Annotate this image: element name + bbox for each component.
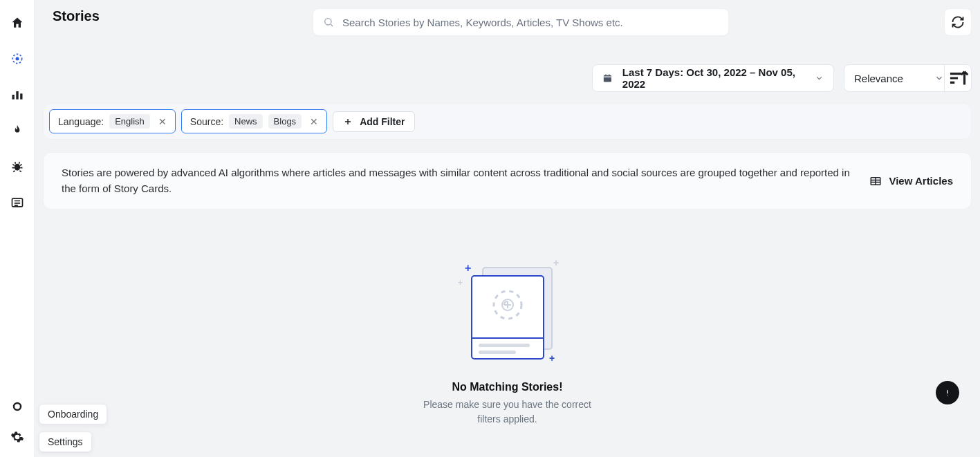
- filter-chip-tag: English: [109, 114, 150, 129]
- main: Stories Search Stories by Names, Keyword…: [35, 0, 980, 457]
- svg-point-7: [14, 403, 21, 410]
- nav-home[interactable]: [10, 15, 25, 30]
- svg-rect-2: [12, 95, 14, 100]
- trending-icon: [10, 124, 24, 138]
- controls-row: Last 7 Days: Oct 30, 2022 – Nov 05, 2022…: [43, 64, 972, 92]
- search-placeholder: Search Stories by Names, Keywords, Artic…: [342, 17, 623, 28]
- alert-fab[interactable]: [936, 381, 959, 404]
- calendar-icon: [602, 73, 613, 84]
- alert-icon: [942, 387, 953, 398]
- onboarding-icon: [10, 400, 24, 413]
- nav-news[interactable]: [10, 195, 25, 210]
- empty-state-subtitle: Please make sure you have the correct fi…: [423, 398, 591, 427]
- empty-state-title: No Matching Stories!: [452, 381, 562, 393]
- nav-analytics[interactable]: [10, 87, 25, 102]
- filters-bar: Language: English ✕ Source: News Blogs ✕…: [43, 103, 972, 140]
- filter-chip-language[interactable]: Language: English ✕: [49, 109, 176, 133]
- search-icon: [323, 17, 334, 28]
- sort-dropdown[interactable]: Relevance: [844, 64, 954, 92]
- svg-rect-18: [479, 344, 530, 347]
- empty-state: + + + + No Matching Stories! Please make…: [43, 258, 972, 427]
- nav-target[interactable]: [10, 51, 25, 66]
- svg-text:+: +: [458, 278, 463, 288]
- search-input[interactable]: Search Stories by Names, Keywords, Artic…: [313, 8, 729, 36]
- analytics-icon: [10, 88, 24, 102]
- page-title: Stories: [53, 8, 100, 24]
- svg-rect-19: [479, 351, 516, 354]
- filter-chip-tag: News: [229, 114, 263, 129]
- svg-text:+: +: [465, 262, 471, 274]
- bug-icon: [10, 160, 24, 174]
- chevron-down-icon: [815, 73, 824, 83]
- date-range-picker[interactable]: Last 7 Days: Oct 30, 2022 – Nov 05, 2022: [592, 64, 834, 92]
- svg-text:+: +: [553, 258, 559, 268]
- refresh-icon: [951, 15, 965, 29]
- date-range-label: Last 7 Days: Oct 30, 2022 – Nov 05, 2022: [622, 66, 806, 90]
- info-description: Stories are powered by advanced AI algor…: [62, 165, 853, 196]
- table-icon: [869, 175, 882, 187]
- info-bar: Stories are powered by advanced AI algor…: [43, 152, 972, 209]
- home-icon: [10, 16, 24, 30]
- sort-icon: [945, 65, 971, 91]
- sort-label: Relevance: [854, 73, 903, 84]
- svg-rect-23: [947, 395, 947, 395]
- nav-trending[interactable]: [10, 123, 25, 138]
- close-icon[interactable]: ✕: [310, 117, 318, 127]
- view-articles-label: View Articles: [889, 175, 953, 187]
- filter-chip-label: Source:: [190, 116, 223, 127]
- view-articles-button[interactable]: View Articles: [869, 175, 953, 187]
- close-icon[interactable]: ✕: [158, 117, 167, 127]
- refresh-button[interactable]: [944, 8, 972, 36]
- nav-onboarding[interactable]: [10, 399, 25, 414]
- sort-direction-button[interactable]: [944, 64, 972, 92]
- svg-rect-4: [20, 93, 22, 99]
- sidebar: [0, 0, 35, 457]
- add-filter-label: Add Filter: [360, 116, 405, 127]
- svg-point-1: [15, 57, 19, 61]
- target-icon: [10, 52, 24, 66]
- svg-rect-9: [604, 75, 611, 82]
- svg-text:+: +: [549, 353, 555, 364]
- nav-bug[interactable]: [10, 159, 25, 174]
- empty-state-illustration: + + + +: [452, 258, 563, 369]
- news-icon: [10, 196, 24, 209]
- filter-chip-label: Language:: [58, 116, 104, 127]
- header: Stories Search Stories by Names, Keyword…: [43, 8, 972, 24]
- chevron-down-icon: [934, 73, 944, 83]
- nav-settings[interactable]: [10, 429, 25, 445]
- filter-chip-source[interactable]: Source: News Blogs ✕: [181, 109, 327, 133]
- svg-point-5: [14, 164, 19, 171]
- svg-point-8: [325, 19, 331, 25]
- svg-rect-22: [947, 390, 947, 393]
- settings-icon: [10, 430, 24, 444]
- plus-icon: [343, 117, 353, 127]
- svg-rect-3: [16, 91, 18, 100]
- add-filter-button[interactable]: Add Filter: [333, 111, 415, 132]
- filter-chip-tag: Blogs: [268, 114, 302, 129]
